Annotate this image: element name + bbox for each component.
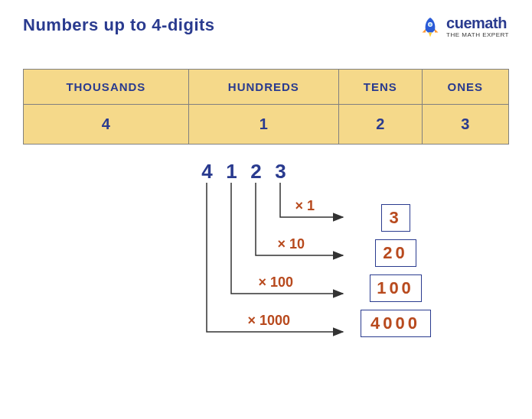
main-number: 4 1 2 3 [201, 160, 288, 184]
table-row: 4 1 2 3 [24, 105, 509, 145]
mult-ones: × 1 [295, 198, 315, 214]
svg-point-1 [429, 23, 432, 26]
mult-tens: × 10 [278, 236, 305, 252]
col-hundreds: HUNDREDS [188, 70, 338, 105]
result-thousands: 4000 [361, 310, 431, 337]
val-ones: 3 [422, 105, 508, 145]
digit-thousands: 4 [201, 160, 214, 184]
place-value-table: THOUSANDS HUNDREDS TENS ONES 4 1 2 3 [23, 69, 509, 145]
col-thousands: THOUSANDS [24, 70, 189, 105]
brand-name: cuemath [446, 15, 509, 31]
mult-hundreds: × 100 [259, 274, 294, 291]
rocket-icon [419, 15, 442, 38]
brand-logo: cuemath THE MATH EXPERT [419, 15, 509, 38]
col-ones: ONES [422, 70, 508, 105]
result-hundreds: 100 [370, 274, 422, 302]
brand-tagline: THE MATH EXPERT [446, 32, 509, 38]
val-thousands: 4 [24, 105, 189, 145]
page-title: Numbers up to 4-digits [23, 15, 215, 35]
result-ones: 3 [381, 204, 410, 232]
mult-thousands: × 1000 [248, 313, 291, 329]
col-tens: TENS [338, 70, 422, 105]
expansion-diagram: 4 1 2 3 × 1 × 10 × 100 × 1000 3 20 100 4… [106, 160, 427, 374]
digit-tens: 2 [250, 160, 263, 184]
val-hundreds: 1 [188, 105, 338, 145]
val-tens: 2 [338, 105, 422, 145]
digit-hundreds: 1 [225, 160, 239, 184]
table-row: THOUSANDS HUNDREDS TENS ONES [24, 70, 509, 105]
result-tens: 20 [375, 239, 416, 267]
connector-arrows [106, 183, 358, 374]
digit-ones: 3 [274, 160, 288, 184]
